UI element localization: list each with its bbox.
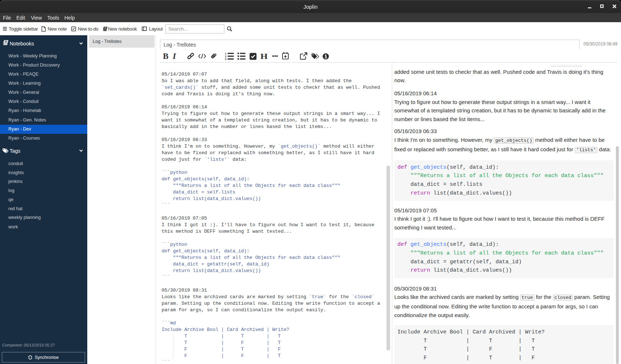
svg-text:1: 1: [225, 52, 227, 55]
svg-text:3: 3: [225, 58, 227, 60]
svg-text:2: 2: [225, 55, 227, 58]
